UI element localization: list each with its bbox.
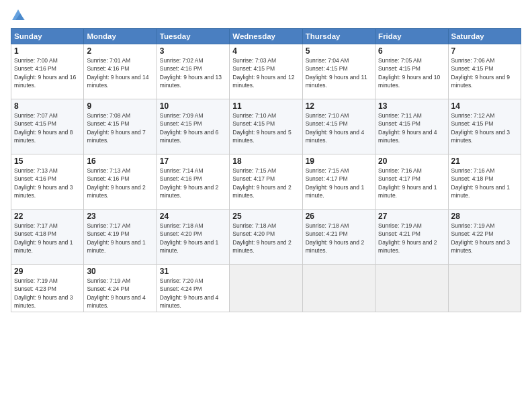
day-content: Sunrise: 7:17 AM Sunset: 4:18 PM Dayligh… <box>14 222 81 255</box>
daylight-label: Daylight: 9 hours and 12 minutes. <box>232 74 294 89</box>
sunset-label: Sunset: 4:16 PM <box>87 65 129 72</box>
daylight-label: Daylight: 9 hours and 3 minutes. <box>14 184 73 199</box>
sunrise-label: Sunrise: 7:19 AM <box>14 277 58 284</box>
sunrise-label: Sunrise: 7:19 AM <box>378 222 422 229</box>
weekday-header: Sunday <box>11 29 84 44</box>
daylight-label: Daylight: 9 hours and 13 minutes. <box>160 74 222 89</box>
day-content: Sunrise: 7:18 AM Sunset: 4:20 PM Dayligh… <box>160 222 226 255</box>
sunrise-label: Sunrise: 7:09 AM <box>160 112 204 119</box>
day-number: 9 <box>87 101 153 111</box>
sunset-label: Sunset: 4:16 PM <box>160 65 202 72</box>
sunrise-label: Sunrise: 7:20 AM <box>160 277 204 284</box>
daylight-label: Daylight: 9 hours and 1 minute. <box>378 184 437 199</box>
day-number: 2 <box>87 46 153 56</box>
day-content: Sunrise: 7:20 AM Sunset: 4:24 PM Dayligh… <box>160 277 226 310</box>
weekday-header: Monday <box>84 29 157 44</box>
calendar-cell: 3 Sunrise: 7:02 AM Sunset: 4:16 PM Dayli… <box>157 44 229 99</box>
calendar: SundayMondayTuesdayWednesdayThursdayFrid… <box>11 28 521 312</box>
sunset-label: Sunset: 4:16 PM <box>14 175 56 182</box>
calendar-cell <box>448 265 521 312</box>
daylight-label: Daylight: 9 hours and 3 minutes. <box>451 129 510 144</box>
sunrise-label: Sunrise: 7:10 AM <box>306 112 349 119</box>
day-number: 27 <box>378 212 445 221</box>
calendar-cell: 21 Sunrise: 7:16 AM Sunset: 4:18 PM Dayl… <box>448 154 521 210</box>
day-number: 1 <box>14 46 81 56</box>
calendar-cell: 10 Sunrise: 7:09 AM Sunset: 4:15 PM Dayl… <box>157 99 229 154</box>
calendar-cell: 12 Sunrise: 7:10 AM Sunset: 4:15 PM Dayl… <box>302 99 375 154</box>
calendar-cell: 18 Sunrise: 7:15 AM Sunset: 4:17 PM Dayl… <box>230 154 302 210</box>
sunset-label: Sunset: 4:15 PM <box>14 120 56 127</box>
daylight-label: Daylight: 9 hours and 1 minute. <box>160 239 218 254</box>
day-content: Sunrise: 7:02 AM Sunset: 4:16 PM Dayligh… <box>160 56 226 89</box>
calendar-cell: 11 Sunrise: 7:10 AM Sunset: 4:15 PM Dayl… <box>230 99 302 154</box>
sunrise-label: Sunrise: 7:19 AM <box>87 277 130 284</box>
daylight-label: Daylight: 9 hours and 4 minutes. <box>306 129 364 144</box>
daylight-label: Daylight: 9 hours and 2 minutes. <box>160 184 218 199</box>
day-number: 26 <box>306 212 372 221</box>
sunset-label: Sunset: 4:15 PM <box>87 120 129 127</box>
calendar-body: 1 Sunrise: 7:00 AM Sunset: 4:16 PM Dayli… <box>11 44 521 312</box>
day-content: Sunrise: 7:19 AM Sunset: 4:24 PM Dayligh… <box>87 277 153 310</box>
calendar-week-row: 1 Sunrise: 7:00 AM Sunset: 4:16 PM Dayli… <box>11 44 521 99</box>
daylight-label: Daylight: 9 hours and 4 minutes. <box>87 294 145 309</box>
day-content: Sunrise: 7:18 AM Sunset: 4:21 PM Dayligh… <box>306 222 372 255</box>
day-number: 23 <box>87 212 153 221</box>
calendar-cell: 13 Sunrise: 7:11 AM Sunset: 4:15 PM Dayl… <box>375 99 448 154</box>
daylight-label: Daylight: 9 hours and 8 minutes. <box>14 129 73 144</box>
day-number: 5 <box>306 46 372 56</box>
day-content: Sunrise: 7:11 AM Sunset: 4:15 PM Dayligh… <box>378 111 445 144</box>
sunrise-label: Sunrise: 7:15 AM <box>306 167 349 174</box>
day-number: 7 <box>451 46 518 56</box>
daylight-label: Daylight: 9 hours and 3 minutes. <box>14 294 73 309</box>
sunrise-label: Sunrise: 7:17 AM <box>87 222 130 229</box>
day-number: 22 <box>14 212 81 221</box>
sunrise-label: Sunrise: 7:03 AM <box>232 57 276 64</box>
day-number: 18 <box>232 156 299 166</box>
sunrise-label: Sunrise: 7:00 AM <box>14 57 58 64</box>
day-content: Sunrise: 7:05 AM Sunset: 4:15 PM Dayligh… <box>378 56 445 89</box>
calendar-cell: 6 Sunrise: 7:05 AM Sunset: 4:15 PM Dayli… <box>375 44 448 99</box>
day-content: Sunrise: 7:01 AM Sunset: 4:16 PM Dayligh… <box>87 56 153 89</box>
calendar-cell: 8 Sunrise: 7:07 AM Sunset: 4:15 PM Dayli… <box>11 99 84 154</box>
day-number: 24 <box>160 212 226 221</box>
calendar-cell: 1 Sunrise: 7:00 AM Sunset: 4:16 PM Dayli… <box>11 44 84 99</box>
daylight-label: Daylight: 9 hours and 5 minutes. <box>232 129 291 144</box>
sunrise-label: Sunrise: 7:14 AM <box>160 167 204 174</box>
calendar-cell: 31 Sunrise: 7:20 AM Sunset: 4:24 PM Dayl… <box>157 265 229 312</box>
day-content: Sunrise: 7:14 AM Sunset: 4:16 PM Dayligh… <box>160 167 226 199</box>
sunrise-label: Sunrise: 7:16 AM <box>451 167 495 174</box>
calendar-cell: 5 Sunrise: 7:04 AM Sunset: 4:15 PM Dayli… <box>302 44 375 99</box>
day-content: Sunrise: 7:08 AM Sunset: 4:15 PM Dayligh… <box>87 111 153 144</box>
logo-icon <box>11 8 26 23</box>
daylight-label: Daylight: 9 hours and 7 minutes. <box>87 129 145 144</box>
header <box>11 8 521 23</box>
sunset-label: Sunset: 4:20 PM <box>160 230 202 237</box>
weekday-header: Tuesday <box>157 29 229 44</box>
day-content: Sunrise: 7:16 AM Sunset: 4:17 PM Dayligh… <box>378 167 445 199</box>
sunset-label: Sunset: 4:15 PM <box>232 120 275 127</box>
sunrise-label: Sunrise: 7:17 AM <box>14 222 58 229</box>
calendar-cell <box>375 265 448 312</box>
sunset-label: Sunset: 4:17 PM <box>378 175 420 182</box>
daylight-label: Daylight: 9 hours and 1 minute. <box>306 184 364 199</box>
day-number: 10 <box>160 101 226 111</box>
sunset-label: Sunset: 4:15 PM <box>378 65 420 72</box>
logo <box>11 8 28 23</box>
sunset-label: Sunset: 4:16 PM <box>160 175 202 182</box>
day-number: 30 <box>87 267 153 276</box>
weekday-header: Thursday <box>302 29 375 44</box>
day-content: Sunrise: 7:18 AM Sunset: 4:20 PM Dayligh… <box>232 222 299 255</box>
sunset-label: Sunset: 4:20 PM <box>232 230 275 237</box>
day-number: 14 <box>451 101 518 111</box>
day-number: 15 <box>14 156 81 166</box>
calendar-cell: 14 Sunrise: 7:12 AM Sunset: 4:15 PM Dayl… <box>448 99 521 154</box>
day-number: 25 <box>232 212 299 221</box>
sunrise-label: Sunrise: 7:07 AM <box>14 112 58 119</box>
sunrise-label: Sunrise: 7:10 AM <box>232 112 276 119</box>
sunrise-label: Sunrise: 7:13 AM <box>87 167 130 174</box>
calendar-cell: 26 Sunrise: 7:18 AM Sunset: 4:21 PM Dayl… <box>302 210 375 265</box>
day-number: 20 <box>378 156 445 166</box>
daylight-label: Daylight: 9 hours and 2 minutes. <box>232 184 291 199</box>
day-number: 28 <box>451 212 518 221</box>
daylight-label: Daylight: 9 hours and 11 minutes. <box>306 74 367 89</box>
